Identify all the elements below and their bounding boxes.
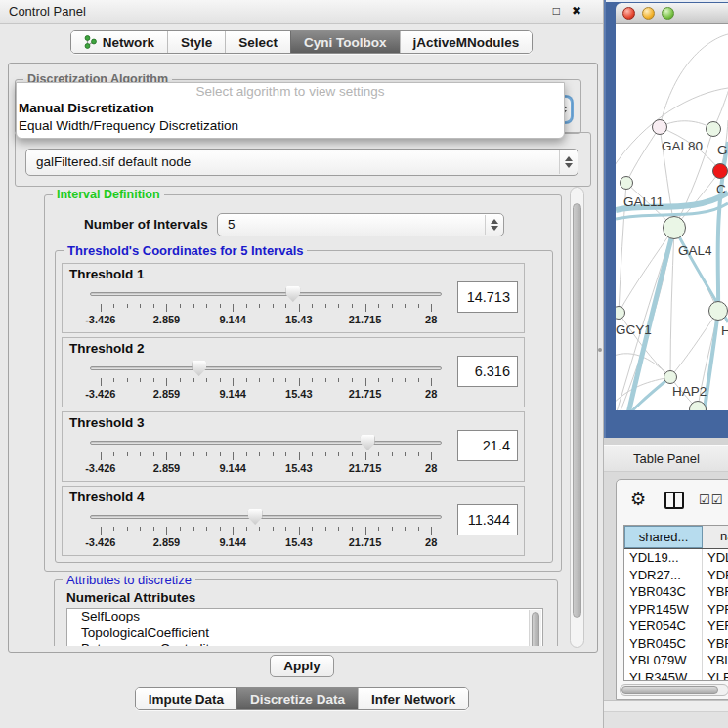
tab-impute-data[interactable]: Impute Data [136,688,236,709]
table-cell-shared-name[interactable]: YBR043C [624,583,703,601]
threshold-1-slider[interactable]: -3.4262.8599.14415.4321.71528 [90,285,442,330]
table-row[interactable]: YPR145WYPR145W [624,601,728,619]
table-cell-name[interactable]: YDR27 [703,567,728,584]
tab-infer-network[interactable]: Infer Network [358,688,468,709]
threshold-1-value-field[interactable]: 14.713 [457,281,518,313]
threshold-2-value-field[interactable]: 6.316 [457,356,518,387]
attribute-list-item[interactable]: TopologicalCoefficient [67,625,542,642]
slider-tick [166,304,167,312]
threshold-slider-thumb[interactable] [248,509,263,525]
network-node[interactable] [708,301,728,321]
column-header-name[interactable]: na [703,526,728,548]
network-window-titlebar[interactable] [616,3,728,24]
split-view-icon[interactable] [664,492,684,509]
table-cell-shared-name[interactable]: YBL079W [624,652,703,669]
table-row[interactable]: YER054CYER054C [624,618,728,635]
table-cell-name[interactable]: YBL079W [703,652,728,669]
number-of-intervals-spinner[interactable] [485,215,502,235]
gear-icon[interactable]: ⚙ [630,489,646,510]
slider-track[interactable] [90,366,442,370]
threshold-slider-thumb[interactable] [361,435,375,450]
network-node[interactable] [620,176,633,190]
threshold-2-slider[interactable]: -3.4262.8599.14415.4321.71528 [90,360,442,405]
threshold-slider-thumb[interactable] [285,286,300,302]
table-cell-name[interactable]: YER054C [703,618,728,635]
table-cell-shared-name[interactable]: YER054C [624,618,703,635]
algorithm-option-equal-width[interactable]: Equal Width/Frequency Discretization [17,117,564,135]
settings-vertical-scrollbar[interactable] [570,187,584,648]
column-header-shared-name[interactable]: shared... [624,526,703,548]
table-cell-shared-name[interactable]: YDR27... [624,567,703,584]
attributes-scrollbar-thumb[interactable] [532,612,539,646]
table-cell-name[interactable]: YDL19 [703,549,728,567]
tab-cyni-toolbox[interactable]: Cyni Toolbox [290,31,400,53]
tab-discretize-data[interactable]: Discretize Data [236,688,358,709]
float-window-icon[interactable]: □ [553,4,560,18]
tab-network[interactable]: Network [71,31,167,53]
table-cell-name[interactable]: YPR145W [703,601,728,619]
mac-close-button[interactable] [622,7,635,20]
table-row[interactable]: YBR045CYBR045C [624,635,728,653]
table-data-combobox-spinner[interactable] [559,150,577,174]
slider-track[interactable] [90,292,442,296]
threshold-2-label: Threshold 2 [69,341,145,356]
threshold-4-slider[interactable]: -3.4262.8599.14415.4321.71528 [90,508,442,553]
network-node[interactable] [664,370,677,384]
network-node[interactable] [652,119,667,135]
table-cell-shared-name[interactable]: YLR345W [624,669,703,682]
slider-track[interactable] [90,441,442,445]
slider-tick [312,304,313,308]
slider-tick [220,452,221,456]
table-hscrollbar-thumb[interactable] [621,686,718,694]
table-row[interactable]: YBL079WYBL079W [624,652,728,669]
apply-button[interactable]: Apply [270,655,334,677]
checkbox-icons[interactable]: ☑☑ [699,492,723,507]
network-node[interactable] [712,163,728,179]
numerical-attributes-list[interactable]: SelfLoopsTopologicalCoefficientBetweenne… [66,608,543,646]
tab-jactivemnodules[interactable]: jActiveMNodules [400,31,533,53]
table-cell-name[interactable]: YBR045C [703,635,728,653]
slider-tick [246,304,247,308]
threshold-3-slider[interactable]: -3.4262.8599.14415.4321.71528 [90,434,442,479]
panel-splitter-grip[interactable] [598,348,602,352]
table-row[interactable]: YBR043CYBR043C [624,583,728,601]
table-panel: ⚙ ☑☑ shared... na YDL19...YDL19YDR27...Y… [616,479,728,700]
network-canvas[interactable]: GAL80GCGAL11GAL4GCY1HHAP2 [616,24,728,410]
slider-tick [285,527,286,531]
slider-tick [101,452,102,460]
network-view-window[interactable]: GAL80GCGAL11GAL4GCY1HHAP2 [604,0,728,438]
table-row[interactable]: YLR345WYLR345W [624,669,728,682]
slider-tick [180,304,181,308]
table-cell-name[interactable]: YBR043C [703,583,728,601]
table-cell-shared-name[interactable]: YDL19... [624,549,703,567]
attribute-list-item[interactable]: BetweennessCentrality [67,641,542,646]
threshold-slider-thumb[interactable] [192,361,206,376]
table-row[interactable]: YDL19...YDL19 [624,549,728,567]
mac-minimize-button[interactable] [642,7,655,20]
slider-tick [233,378,234,386]
close-window-icon[interactable]: ✖ [572,4,581,18]
algorithm-option-manual[interactable]: Manual Discretization [17,100,564,117]
settings-scrollbar-thumb[interactable] [573,203,581,618]
slider-tick [299,527,300,535]
network-node[interactable] [663,216,686,239]
table-row[interactable]: YDR27...YDR27 [624,567,728,584]
slider-tick-label: 21.715 [349,536,382,548]
number-of-intervals-combobox[interactable]: 5 [217,213,504,236]
network-node[interactable] [706,121,721,137]
slider-tick-label: 15.43 [285,314,313,325]
slider-tick [299,304,300,312]
attribute-list-item[interactable]: SelfLoops [67,609,542,625]
slider-track[interactable] [90,515,442,519]
table-cell-shared-name[interactable]: YBR045C [624,635,703,653]
mac-zoom-button[interactable] [662,7,674,20]
tab-style[interactable]: Style [167,31,225,53]
tab-select[interactable]: Select [225,31,290,53]
attributes-list-scrollbar[interactable] [529,610,541,646]
table-cell-shared-name[interactable]: YPR145W [624,601,703,619]
table-cell-name[interactable]: YLR345W [703,669,728,682]
table-data-combobox[interactable]: galFiltered.sif default node [25,149,578,176]
threshold-3-value-field[interactable]: 21.4 [457,430,518,461]
threshold-4-value-field[interactable]: 11.344 [457,504,518,535]
table-horizontal-scrollbar[interactable] [620,684,728,696]
